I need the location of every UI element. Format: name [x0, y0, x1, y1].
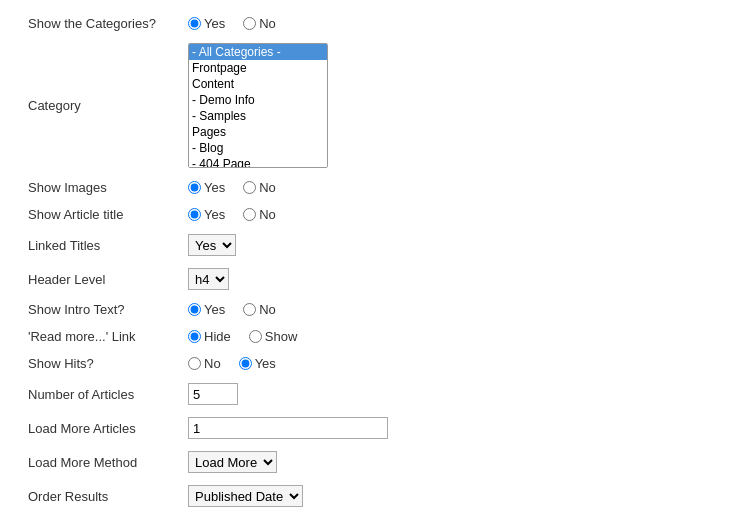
show-hits-yes-label[interactable]: Yes [239, 356, 276, 371]
show-categories-no-label[interactable]: No [243, 16, 276, 31]
show-article-title-no-radio[interactable] [243, 208, 256, 221]
show-images-radio-group: Yes No [188, 180, 703, 195]
load-more-articles-label: Load More Articles [20, 411, 180, 445]
show-article-title-no-label[interactable]: No [243, 207, 276, 222]
show-images-no-text: No [259, 180, 276, 195]
order-results-label: Order Results [20, 479, 180, 513]
number-of-articles-label: Number of Articles [20, 377, 180, 411]
show-images-yes-label[interactable]: Yes [188, 180, 225, 195]
linked-titles-select[interactable]: Yes No [188, 234, 236, 256]
show-images-no-radio[interactable] [243, 181, 256, 194]
show-article-title-yes-radio[interactable] [188, 208, 201, 221]
show-images-no-label[interactable]: No [243, 180, 276, 195]
show-hits-no-label[interactable]: No [188, 356, 221, 371]
show-hits-no-radio[interactable] [188, 357, 201, 370]
read-more-radio-group: Hide Show [188, 329, 703, 344]
show-article-title-no-text: No [259, 207, 276, 222]
show-intro-yes-text: Yes [204, 302, 225, 317]
load-more-method-label: Load More Method [20, 445, 180, 479]
show-intro-label: Show Intro Text? [20, 296, 180, 323]
show-intro-no-text: No [259, 302, 276, 317]
category-label: Category [20, 37, 180, 174]
show-categories-no-text: No [259, 16, 276, 31]
show-categories-yes-radio[interactable] [188, 17, 201, 30]
read-more-show-text: Show [265, 329, 298, 344]
show-hits-yes-radio[interactable] [239, 357, 252, 370]
read-more-hide-radio[interactable] [188, 330, 201, 343]
show-article-title-yes-label[interactable]: Yes [188, 207, 225, 222]
category-listbox[interactable]: - All Categories - Frontpage Content - D… [188, 43, 328, 168]
show-categories-radio-group: Yes No [188, 16, 703, 31]
show-intro-no-radio[interactable] [243, 303, 256, 316]
read-more-label: 'Read more...' Link [20, 323, 180, 350]
show-categories-yes-label[interactable]: Yes [188, 16, 225, 31]
show-intro-yes-label[interactable]: Yes [188, 302, 225, 317]
show-intro-radio-group: Yes No [188, 302, 703, 317]
load-more-method-select[interactable]: Load More Pagination None [188, 451, 277, 473]
load-more-articles-input[interactable] [188, 417, 388, 439]
show-hits-label: Show Hits? [20, 350, 180, 377]
header-level-label: Header Level [20, 262, 180, 296]
show-intro-yes-radio[interactable] [188, 303, 201, 316]
show-article-title-label: Show Article title [20, 201, 180, 228]
order-results-select[interactable]: Published Date Title Author Hits [188, 485, 303, 507]
show-images-yes-radio[interactable] [188, 181, 201, 194]
show-article-title-yes-text: Yes [204, 207, 225, 222]
read-more-show-radio[interactable] [249, 330, 262, 343]
show-hits-yes-text: Yes [255, 356, 276, 371]
show-images-yes-text: Yes [204, 180, 225, 195]
show-intro-no-label[interactable]: No [243, 302, 276, 317]
show-categories-no-radio[interactable] [243, 17, 256, 30]
show-hits-no-text: No [204, 356, 221, 371]
read-more-show-label[interactable]: Show [249, 329, 298, 344]
show-categories-yes-text: Yes [204, 16, 225, 31]
show-article-title-radio-group: Yes No [188, 207, 703, 222]
read-more-hide-text: Hide [204, 329, 231, 344]
header-level-select[interactable]: h1 h2 h3 h4 h5 h6 [188, 268, 229, 290]
read-more-hide-label[interactable]: Hide [188, 329, 231, 344]
number-of-articles-input[interactable] [188, 383, 238, 405]
linked-titles-label: Linked Titles [20, 228, 180, 262]
show-categories-label: Show the Categories? [20, 10, 180, 37]
show-images-label: Show Images [20, 174, 180, 201]
show-hits-radio-group: No Yes [188, 356, 703, 371]
